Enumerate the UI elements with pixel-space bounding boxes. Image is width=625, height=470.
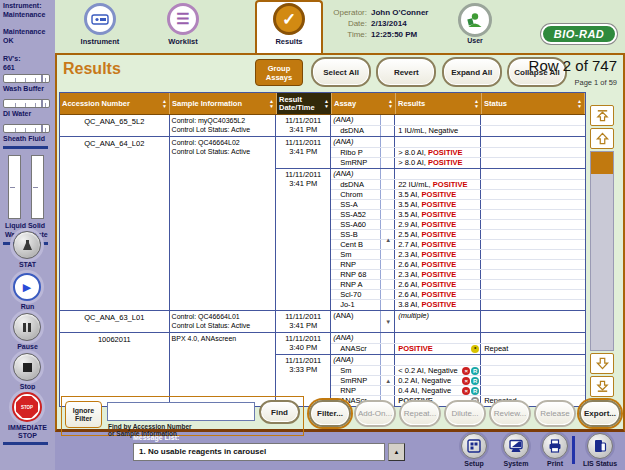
result-cell: 2.3 AI, POSITIVE: [395, 250, 481, 259]
solid-waste-tank: [31, 155, 44, 219]
panel-label: (ANA): [333, 333, 353, 342]
column-header-sample-information[interactable]: Sample Information▲▼: [170, 93, 277, 114]
result-cell: 3.5 AI, POSITIVE: [395, 190, 481, 199]
tab-results-label: Results: [257, 37, 321, 46]
lis-status-button[interactable]: LIS Status: [578, 433, 622, 467]
result-flag: POSITIVE: [422, 280, 457, 289]
dilute-button[interactable]: Dilute...: [444, 400, 486, 427]
group-assays-button[interactable]: Group Assays: [255, 59, 303, 86]
scroll-top-button[interactable]: [590, 105, 614, 126]
assay-cell: RNP: [331, 260, 381, 269]
release-button[interactable]: Release: [534, 400, 576, 427]
filter-button[interactable]: Filter...: [309, 400, 351, 427]
table-row[interactable]: QC_ANA_65_5L2Control: myQC40365L2Control…: [60, 115, 585, 137]
result-value: 2.6 AI,: [398, 280, 421, 289]
sort-icon[interactable]: ▲▼: [324, 99, 329, 109]
panel-label: (ANA): [333, 137, 353, 146]
assay-cell: Sm: [331, 250, 381, 259]
scroll-up-button[interactable]: [590, 128, 614, 149]
scroll-bottom-button[interactable]: [590, 376, 614, 397]
sort-icon[interactable]: ▲▼: [388, 99, 393, 109]
stop-button[interactable]: [13, 353, 41, 381]
setup-button[interactable]: Setup: [452, 433, 496, 467]
revert-button[interactable]: Revert: [376, 57, 436, 87]
column-header-accession-number[interactable]: Accession Number▲▼: [60, 93, 170, 114]
system-button[interactable]: System: [494, 433, 538, 467]
result-flag: POSITIVE: [422, 300, 457, 309]
pause-icon: [28, 323, 31, 332]
scroll-up-indicator[interactable]: ▲: [383, 237, 393, 243]
assay-cell: (ANA): [331, 137, 381, 147]
assay-row: ANAScrPOSITIVE*Repeat: [331, 343, 585, 354]
expand-all-button[interactable]: Expand All: [442, 57, 502, 87]
assay-row: Jo-13.8 AI, POSITIVE: [331, 299, 585, 310]
row-counter: Row 2 of 747: [529, 57, 617, 74]
assay-cell: SS-A60: [331, 220, 381, 229]
column-header-results[interactable]: Results▲▼: [396, 93, 482, 114]
status-cell: [481, 115, 585, 125]
result-cell: [395, 115, 481, 125]
result-cell: (multiple): [395, 311, 481, 332]
system-label: System: [494, 460, 538, 467]
sample-info-line: Control Lot Status: Active: [172, 126, 274, 135]
run-button[interactable]: ▶: [13, 273, 41, 301]
pause-button[interactable]: [13, 313, 41, 341]
print-button[interactable]: Print: [533, 433, 577, 467]
result-value: 3.5 AI,: [398, 200, 421, 209]
export-button[interactable]: Export...: [579, 400, 621, 427]
result-flag: POSITIVE: [422, 290, 457, 299]
scroll-down-indicator[interactable]: ▼: [383, 319, 393, 325]
table-row[interactable]: QC_ANA_64_L02Control: QC46664L02Control …: [60, 137, 585, 311]
tab-instrument[interactable]: Instrument: [68, 3, 132, 46]
status-cell: [481, 280, 585, 289]
find-input[interactable]: [107, 402, 255, 421]
user-button[interactable]: User: [453, 3, 497, 44]
message-expand-button[interactable]: ▲: [388, 443, 405, 461]
status-cell: [481, 200, 585, 209]
status-cell: [481, 158, 585, 168]
result-cell: < 0.2 AI, Negative×R: [395, 366, 481, 375]
scroll-down-button[interactable]: [590, 353, 614, 374]
result-cell: 3.5 AI, POSITIVE: [395, 210, 481, 219]
tab-results[interactable]: ✓ Results: [257, 3, 321, 46]
assay-cell: (ANA): [331, 333, 381, 343]
scrollbar-thumb[interactable]: [591, 152, 613, 174]
scrollbar-track[interactable]: [590, 151, 614, 351]
result-lines: (ANA)dsDNA22 IU/mL, POSITIVEChrom3.5 AI,…: [331, 169, 585, 310]
sort-icon[interactable]: ▲▼: [577, 99, 582, 109]
sort-icon[interactable]: ▲▼: [162, 99, 167, 109]
add-on-button[interactable]: Add-On...: [354, 400, 396, 427]
select-all-button[interactable]: Select All: [311, 57, 371, 87]
rerun-icon: R: [471, 387, 479, 395]
find-button[interactable]: Find: [259, 400, 300, 424]
table-row[interactable]: QC_ANA_63_L01Control: QC46664L01Control …: [60, 311, 585, 333]
review-button[interactable]: Review...: [489, 400, 531, 427]
immediate-stop-line2: STOP: [0, 432, 55, 440]
status-cell: Repeat: [481, 344, 585, 354]
repeat-button[interactable]: Repeat...: [399, 400, 441, 427]
column-header-status[interactable]: Status▲▼: [482, 93, 585, 114]
assay-row: SS-B2.5 AI, POSITIVE: [331, 229, 585, 239]
tab-worklist[interactable]: ☰ Worklist: [151, 3, 215, 46]
rerun-icon: R: [471, 367, 479, 375]
assay-cell: Jo-1: [331, 300, 381, 310]
gauge-level-mark: [41, 75, 43, 82]
sort-icon[interactable]: ▲▼: [269, 99, 274, 109]
status-cell: [481, 376, 585, 385]
immediate-stop-button[interactable]: STOP: [12, 392, 42, 422]
column-header-assay[interactable]: Assay▲▼: [332, 93, 396, 114]
result-icons: ×R: [462, 377, 479, 385]
status-cell: [481, 355, 585, 365]
sort-icon[interactable]: ▲▼: [474, 99, 479, 109]
assay-cell: RNP 68: [331, 270, 381, 279]
column-header-result-date-time[interactable]: Result Date/Time▲▼: [277, 93, 332, 114]
scroll-up-indicator[interactable]: ▲: [383, 378, 393, 384]
assay-cell: (ANA): [331, 115, 381, 125]
result-time: 3:41 PM: [276, 125, 330, 134]
column-header-label: Assay: [334, 100, 356, 108]
stat-button[interactable]: [13, 231, 41, 259]
assay-scroll-strip: [381, 355, 395, 365]
di-water-gauge: [3, 99, 50, 108]
ignore-filter-button[interactable]: Ignore Filter: [65, 401, 102, 428]
result-cell: 2.6 AI, POSITIVE: [395, 290, 481, 299]
